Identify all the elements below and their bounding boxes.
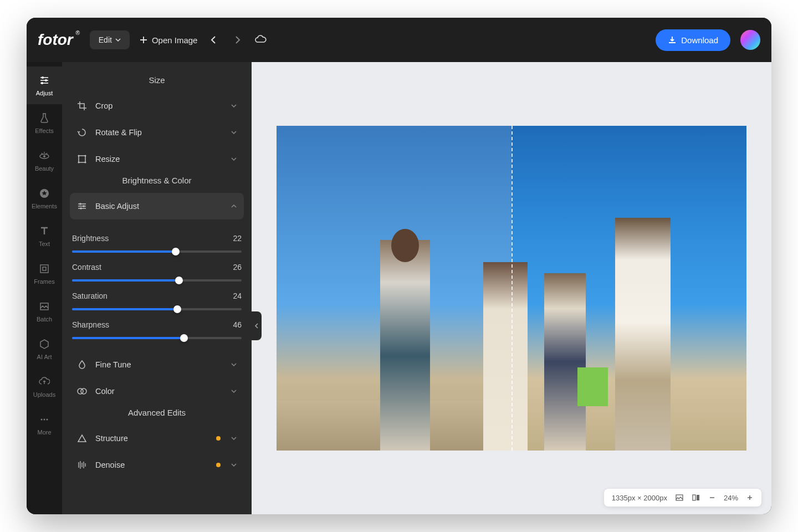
adjust-icon [76,201,88,212]
sidebar-item-effects[interactable]: Effects [27,104,62,142]
edit-label: Edit [99,35,112,44]
body: Adjust Effects Beauty Elements Text Fram… [27,62,771,514]
compare-split-line[interactable] [511,126,513,451]
svg-point-2 [41,82,43,84]
sidebar-item-uploads[interactable]: Uploads [27,368,62,406]
sidebar-item-aiart[interactable]: AI Art [27,330,62,368]
slider-thumb[interactable] [175,277,183,284]
image-icon [38,300,50,313]
badge-dot [216,436,221,441]
sidebar-label: Text [39,241,50,247]
chevron-down-icon [231,435,237,442]
image-canvas[interactable] [277,126,746,451]
open-image-button[interactable]: Open Image [140,35,198,45]
slider-thumb[interactable] [172,248,180,255]
section-title-size: Size [70,75,244,85]
chevron-down-icon [231,361,237,368]
resize-icon [76,154,88,165]
row-rotate[interactable]: Rotate & Flip [70,119,244,146]
svg-rect-12 [79,156,85,162]
adjust-panel: Size Crop Rotate & Flip Resize Brightnes… [62,62,252,514]
slider-track[interactable] [72,308,242,310]
sidebar-item-elements[interactable]: Elements [27,180,62,217]
sidebar-label: Effects [35,127,53,134]
sidebar-item-frames[interactable]: Frames [27,255,62,293]
section-title-advanced: Advanced Edits [70,408,244,417]
basic-adjust-sliders: Brightness22 Contrast26 Saturation24 Sha… [70,219,244,351]
fit-button[interactable] [675,493,684,502]
download-label: Download [681,35,718,45]
chevron-down-icon [115,37,121,43]
svg-rect-22 [676,495,683,500]
sidebar-item-more[interactable]: More [27,406,62,443]
row-basic-adjust[interactable]: Basic Adjust [70,193,244,219]
slider-thumb[interactable] [180,334,188,342]
slider-track[interactable] [72,337,242,339]
undo-button[interactable] [207,33,221,47]
svg-point-9 [41,419,43,421]
row-crop[interactable]: Crop [70,93,244,119]
sidebar-item-text[interactable]: Text [27,217,62,255]
svg-point-15 [78,162,80,163]
sidebar-label: AI Art [37,354,52,360]
open-label: Open Image [152,35,198,45]
sidebar-item-batch[interactable]: Batch [27,293,62,330]
avatar[interactable] [740,30,760,50]
triangle-icon [76,433,88,444]
cloud-button[interactable] [254,33,267,47]
row-label: Color [95,387,223,396]
svg-point-17 [79,203,81,205]
slider-value: 22 [233,234,242,243]
row-finetune[interactable]: Fine Tune [70,351,244,378]
svg-point-14 [85,155,86,157]
svg-point-13 [78,155,80,157]
zoom-out-button[interactable] [708,494,716,502]
left-sidebar: Adjust Effects Beauty Elements Text Fram… [27,62,62,514]
collapse-panel-button[interactable] [252,311,262,340]
slider-value: 46 [233,320,242,329]
row-label: Structure [95,434,208,443]
row-denoise[interactable]: Denoise [70,452,244,478]
drop-icon [76,359,88,370]
svg-point-11 [47,419,48,421]
row-resize[interactable]: Resize [70,146,244,172]
zoom-in-button[interactable] [746,494,754,502]
chevron-up-icon [231,203,237,209]
hexagon-icon [38,338,50,350]
download-button[interactable]: Download [656,29,730,51]
crop-icon [76,100,88,111]
slider-saturation: Saturation24 [72,291,242,310]
slider-thumb[interactable] [173,305,181,313]
chevron-down-icon [231,156,237,162]
palette-icon [76,386,88,397]
slider-contrast: Contrast26 [72,263,242,282]
redo-button[interactable] [231,33,244,47]
chevron-down-icon [231,129,237,136]
row-label: Resize [95,155,223,163]
cloud-upload-icon [38,376,50,388]
slider-label: Brightness [72,234,109,243]
row-label: Basic Adjust [95,202,223,211]
row-label: Denoise [95,461,208,469]
compare-button[interactable] [692,493,700,502]
slider-value: 26 [233,263,242,272]
sidebar-item-beauty[interactable]: Beauty [27,142,62,180]
slider-label: Sharpness [72,320,109,329]
svg-point-21 [81,388,86,394]
slider-track[interactable] [72,250,242,253]
slider-brightness: Brightness22 [72,234,242,253]
chevron-down-icon [231,103,237,109]
logo: fotor [38,31,80,49]
star-icon [38,187,50,200]
sidebar-item-adjust[interactable]: Adjust [27,66,62,104]
edit-menu-button[interactable]: Edit [90,30,130,49]
slider-track[interactable] [72,279,242,282]
download-icon [668,35,677,44]
row-structure[interactable]: Structure [70,425,244,452]
row-label: Fine Tune [95,360,223,369]
sidebar-label: Uploads [33,391,55,398]
row-color[interactable]: Color [70,378,244,405]
sliders-icon [38,74,50,86]
sidebar-label: Adjust [36,90,53,96]
flask-icon [38,112,50,124]
